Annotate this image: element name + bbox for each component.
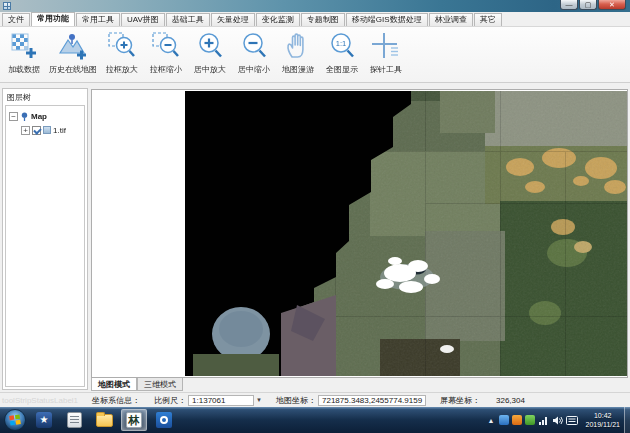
folder-icon — [96, 414, 113, 427]
screen-coordinate-value: 326,304 — [496, 396, 525, 405]
toolbar-button-label: 地图漫游 — [282, 64, 314, 75]
tab-forestry-survey[interactable]: 林业调查 — [429, 13, 473, 26]
show-desktop-button[interactable] — [624, 407, 630, 433]
box-zoom-in-button[interactable]: 拉框放大 — [100, 29, 144, 81]
layer-visibility-checkbox[interactable] — [32, 126, 41, 135]
close-button[interactable]: ✕ — [598, 0, 626, 10]
windows-taskbar: ★ 林 ▲ 10:42 2019/11/21 — [0, 407, 630, 433]
toolbar-button-label: 居中放大 — [194, 64, 226, 75]
workspace: 图层树 − Map + 1.tif — [0, 83, 630, 392]
taskbar-o-app[interactable] — [151, 409, 177, 431]
map-coordinate-label: 地图坐标： — [276, 395, 316, 406]
map-pin-icon — [20, 112, 29, 121]
toolbar-button-label: 全图显示 — [326, 64, 358, 75]
center-zoom-in-button[interactable]: 居中放大 — [188, 29, 232, 81]
tab-other[interactable]: 其它 — [474, 13, 502, 26]
tray-security-icon[interactable] — [525, 415, 535, 425]
load-data-button[interactable]: 加载数据 — [2, 29, 46, 81]
tab-change-detection[interactable]: 变化监测 — [256, 13, 300, 26]
full-extent-icon: 1:1 — [327, 31, 357, 61]
star-app-icon: ★ — [36, 412, 52, 428]
toolbar-button-label: 加载数据 — [8, 64, 40, 75]
taskbar-forestry-gis-app[interactable]: 林 — [121, 409, 147, 431]
start-button[interactable] — [3, 408, 27, 432]
notepad-app-icon — [67, 412, 82, 428]
history-online-map-icon — [58, 31, 88, 61]
load-data-icon — [9, 31, 39, 61]
taskbar-explorer-app[interactable] — [91, 409, 117, 431]
clock-time: 10:42 — [585, 411, 620, 420]
input-method-icon[interactable] — [566, 415, 578, 426]
tab-mobile-gis-processing[interactable]: 移动端GIS数据处理 — [346, 13, 428, 26]
application-window: — ▢ ✕ 文件 常用功能 常用工具 UAV拼图 基础工具 矢量处理 变化监测 … — [0, 0, 630, 433]
toolbar-button-label: 探针工具 — [370, 64, 402, 75]
raster-layer-icon — [43, 126, 51, 134]
title-bar: — ▢ ✕ — [0, 0, 630, 12]
layer-tree: − Map + 1.tif — [5, 105, 85, 387]
screen-coordinate-label: 屏幕坐标： — [440, 395, 480, 406]
layer-panel-title: 图层树 — [3, 89, 87, 105]
center-zoom-in-icon — [195, 31, 225, 61]
taskbar-star-app[interactable]: ★ — [31, 409, 57, 431]
tab-common-functions[interactable]: 常用功能 — [31, 12, 75, 26]
pan-hand-icon — [283, 31, 313, 61]
history-online-map-button[interactable]: 历史在线地图 — [46, 29, 100, 81]
ribbon-tab-bar: 文件 常用功能 常用工具 UAV拼图 基础工具 矢量处理 变化监测 专题制图 移… — [0, 12, 630, 27]
view-mode-tabs: 地图模式 三维模式 — [91, 378, 183, 391]
toolbar-button-label: 居中缩小 — [238, 64, 270, 75]
status-bar: toolStripStatusLabel1 坐标系信息： 比例尺： 1:1370… — [0, 392, 630, 407]
main-toolbar: 加载数据 历史在线地图 拉框放大 — [0, 27, 630, 83]
scale-dropdown-arrow-icon[interactable]: ▼ — [256, 397, 262, 403]
volume-icon[interactable] — [552, 415, 563, 426]
tree-node-label: Map — [31, 112, 47, 121]
svg-text:1:1: 1:1 — [336, 39, 346, 48]
scale-input[interactable]: 1:137061 — [188, 395, 254, 406]
tab-map-mode[interactable]: 地图模式 — [91, 378, 137, 391]
tree-node-layer[interactable]: + 1.tif — [18, 124, 84, 136]
toolbar-button-label: 拉框缩小 — [150, 64, 182, 75]
system-tray: ▲ 10:42 2019/11/21 — [488, 407, 630, 433]
hidden-icons-arrow[interactable]: ▲ — [488, 417, 495, 424]
tab-vector-processing[interactable]: 矢量处理 — [211, 13, 255, 26]
box-zoom-in-icon — [107, 31, 137, 61]
clock-date: 2019/11/21 — [585, 420, 620, 429]
network-icon[interactable] — [538, 415, 549, 426]
toolbar-button-label: 拉框放大 — [106, 64, 138, 75]
app-icon — [3, 2, 11, 10]
probe-tool-button[interactable]: 探针工具 — [364, 29, 408, 81]
satellite-imagery[interactable] — [185, 91, 627, 376]
collapse-expander-icon[interactable]: − — [9, 112, 18, 121]
minimize-button[interactable]: — — [560, 0, 578, 10]
probe-tool-icon — [371, 31, 401, 61]
box-zoom-out-button[interactable]: 拉框缩小 — [144, 29, 188, 81]
tray-messenger-icon[interactable] — [499, 415, 509, 425]
center-zoom-out-icon — [239, 31, 269, 61]
tab-common-tools[interactable]: 常用工具 — [76, 13, 120, 26]
maximize-button[interactable]: ▢ — [579, 0, 597, 10]
scale-label: 比例尺： — [154, 395, 186, 406]
o-app-icon — [156, 412, 172, 428]
map-coordinate-value: 721875.3483,2455774.9159 — [318, 395, 426, 406]
toolbar-button-label: 历史在线地图 — [49, 64, 97, 75]
crs-info-label: 坐标系信息： — [92, 395, 140, 406]
tray-office-icon[interactable] — [512, 415, 522, 425]
tab-file[interactable]: 文件 — [2, 13, 30, 26]
forestry-app-icon: 林 — [126, 412, 142, 428]
tab-thematic-mapping[interactable]: 专题制图 — [301, 13, 345, 26]
expand-expander-icon[interactable]: + — [21, 126, 30, 135]
map-canvas[interactable] — [91, 89, 628, 378]
center-zoom-out-button[interactable]: 居中缩小 — [232, 29, 276, 81]
taskbar-notepad-app[interactable] — [61, 409, 87, 431]
tab-basic-tools[interactable]: 基础工具 — [166, 13, 210, 26]
taskbar-clock[interactable]: 10:42 2019/11/21 — [585, 411, 620, 429]
tab-uav-mosaic[interactable]: UAV拼图 — [121, 13, 165, 26]
tree-node-label: 1.tif — [53, 126, 66, 135]
tree-node-map[interactable]: − Map — [6, 110, 84, 122]
status-placeholder-label: toolStripStatusLabel1 — [2, 396, 78, 405]
map-pan-button[interactable]: 地图漫游 — [276, 29, 320, 81]
box-zoom-out-icon — [151, 31, 181, 61]
full-extent-button[interactable]: 1:1 全图显示 — [320, 29, 364, 81]
layer-tree-panel: 图层树 − Map + 1.tif — [2, 88, 88, 390]
tab-3d-mode[interactable]: 三维模式 — [137, 378, 183, 391]
